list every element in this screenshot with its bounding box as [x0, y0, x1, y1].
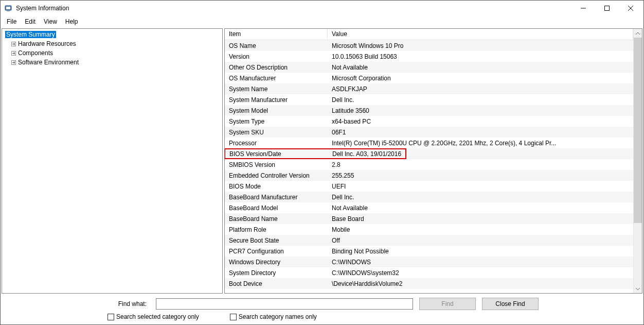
cell-value: Base Board	[328, 215, 633, 223]
table-row[interactable]: OS NameMicrosoft Windows 10 Pro	[225, 40, 633, 51]
app-icon	[5, 4, 13, 12]
cell-value: 10.0.15063 Build 15063	[328, 53, 633, 60]
window-title: System Information	[16, 5, 571, 12]
cell-value: \Device\HarddiskVolume2	[328, 280, 633, 287]
cell-item: System Type	[225, 118, 328, 125]
table-row[interactable]: Embedded Controller Version255.255	[225, 170, 633, 181]
cell-item: Secure Boot State	[225, 237, 328, 244]
find-label: Find what:	[6, 300, 150, 307]
table-row[interactable]: BaseBoard ManufacturerDell Inc.	[225, 192, 633, 202]
grid-rows: OS NameMicrosoft Windows 10 ProVersion10…	[225, 40, 633, 293]
close-button[interactable]	[619, 1, 642, 16]
table-row[interactable]: Secure Boot StateOff	[225, 235, 633, 246]
table-row[interactable]: BIOS Version/DateDell Inc. A03, 19/01/20…	[225, 148, 633, 159]
table-row[interactable]: System ManufacturerDell Inc.	[225, 94, 633, 105]
cell-value: Mobile	[328, 226, 633, 233]
cell-value: Dell Inc. A03, 19/01/2016	[328, 150, 405, 158]
table-row[interactable]: BIOS ModeUEFI	[225, 181, 633, 192]
tree-item-hardware-resources[interactable]: Hardware Resources	[2, 39, 222, 48]
checkbox-icon	[230, 314, 237, 320]
scroll-up-icon[interactable]	[634, 29, 642, 38]
table-row[interactable]: System NameASDLFKJAP	[225, 83, 633, 94]
cell-value: 06F1	[328, 129, 633, 136]
window-controls	[571, 1, 642, 16]
cell-item: BaseBoard Name	[225, 215, 328, 223]
table-row[interactable]: Platform RoleMobile	[225, 224, 633, 235]
cell-value: Not Available	[328, 204, 633, 212]
cell-value: ASDLFKJAP	[328, 85, 633, 93]
close-find-button[interactable]: Close Find	[482, 298, 539, 310]
expand-icon[interactable]	[11, 60, 16, 65]
menu-edit[interactable]: Edit	[21, 17, 40, 26]
minimize-button[interactable]	[571, 1, 595, 16]
cell-item: System Model	[225, 107, 328, 114]
table-row[interactable]: Other OS DescriptionNot Available	[225, 62, 633, 73]
table-row[interactable]: Windows DirectoryC:\WINDOWS	[225, 256, 633, 267]
cell-item: BaseBoard Manufacturer	[225, 194, 328, 201]
menubar: File Edit View Help	[1, 16, 643, 27]
svg-rect-4	[605, 6, 610, 11]
cell-value: Off	[328, 237, 633, 244]
table-row[interactable]: System SKU06F1	[225, 127, 633, 138]
column-value[interactable]: Value	[328, 29, 633, 40]
menu-view[interactable]: View	[40, 17, 61, 26]
cell-value: Intel(R) Core(TM) i5-5200U CPU @ 2.20GHz…	[328, 140, 633, 147]
cell-item: PCR7 Configuration	[225, 248, 328, 255]
cell-value: Not Available	[328, 64, 633, 71]
svg-rect-2	[7, 11, 10, 11]
cell-item: BIOS Version/Date	[225, 150, 328, 158]
table-row[interactable]: ProcessorIntel(R) Core(TM) i5-5200U CPU …	[225, 138, 633, 148]
cell-value: C:\WINDOWS	[328, 259, 633, 266]
table-row[interactable]: System ModelLatitude 3560	[225, 105, 633, 116]
cell-value: Binding Not Possible	[328, 248, 633, 255]
cell-value: C:\WINDOWS\system32	[328, 269, 633, 277]
find-button[interactable]: Find	[419, 298, 476, 310]
table-row[interactable]: Boot Device\Device\HarddiskVolume2	[225, 278, 633, 289]
cell-value: Microsoft Corporation	[328, 75, 633, 82]
checkbox-icon	[108, 314, 114, 320]
column-item[interactable]: Item	[225, 29, 328, 40]
search-names-checkbox[interactable]: Search category names only	[230, 313, 317, 320]
content-area: System Summary Hardware Resources Compon…	[1, 27, 643, 295]
menu-help[interactable]: Help	[61, 17, 82, 26]
cell-item: Platform Role	[225, 226, 328, 233]
maximize-button[interactable]	[595, 1, 619, 16]
expand-icon[interactable]	[11, 51, 16, 56]
vertical-scrollbar[interactable]	[633, 29, 642, 293]
cell-item: System Manufacturer	[225, 96, 328, 104]
find-input[interactable]	[156, 298, 413, 310]
table-row[interactable]: PCR7 ConfigurationBinding Not Possible	[225, 246, 633, 256]
cell-item: System Name	[225, 85, 328, 93]
expand-icon[interactable]	[11, 42, 16, 46]
menu-file[interactable]: File	[3, 17, 21, 26]
search-selected-checkbox[interactable]: Search selected category only	[108, 313, 199, 320]
table-row[interactable]: BaseBoard NameBase Board	[225, 213, 633, 224]
scroll-down-icon[interactable]	[634, 284, 642, 293]
table-row[interactable]: SMBIOS Version2.8	[225, 159, 633, 170]
table-row[interactable]: System DirectoryC:\WINDOWS\system32	[225, 267, 633, 278]
scroll-thumb[interactable]	[634, 38, 642, 223]
checkbox-label: Search category names only	[239, 313, 317, 320]
table-row[interactable]: System Typex64-based PC	[225, 116, 633, 127]
tree-label: System Summary	[5, 31, 56, 38]
cell-value: 255.255	[328, 172, 633, 179]
details-grid[interactable]: Item Value OS NameMicrosoft Windows 10 P…	[225, 29, 633, 293]
cell-item: Boot Device	[225, 280, 328, 287]
tree-item-components[interactable]: Components	[2, 48, 222, 58]
tree-label: Hardware Resources	[18, 40, 76, 47]
tree-root-system-summary[interactable]: System Summary	[2, 30, 222, 39]
cell-item: Windows Directory	[225, 259, 328, 266]
table-row[interactable]: OS ManufacturerMicrosoft Corporation	[225, 73, 633, 83]
category-tree[interactable]: System Summary Hardware Resources Compon…	[2, 28, 223, 294]
svg-rect-1	[6, 7, 10, 9]
cell-value: UEFI	[328, 183, 633, 190]
titlebar: System Information	[1, 1, 643, 16]
cell-item: Embedded Controller Version	[225, 172, 328, 179]
table-row[interactable]: Version10.0.15063 Build 15063	[225, 51, 633, 62]
cell-value: x64-based PC	[328, 118, 633, 125]
tree-item-software-environment[interactable]: Software Environment	[2, 58, 222, 67]
cell-item: OS Manufacturer	[225, 75, 328, 82]
table-row[interactable]: BaseBoard ModelNot Available	[225, 202, 633, 213]
cell-value: Microsoft Windows 10 Pro	[328, 42, 633, 49]
checkbox-label: Search selected category only	[116, 313, 199, 320]
